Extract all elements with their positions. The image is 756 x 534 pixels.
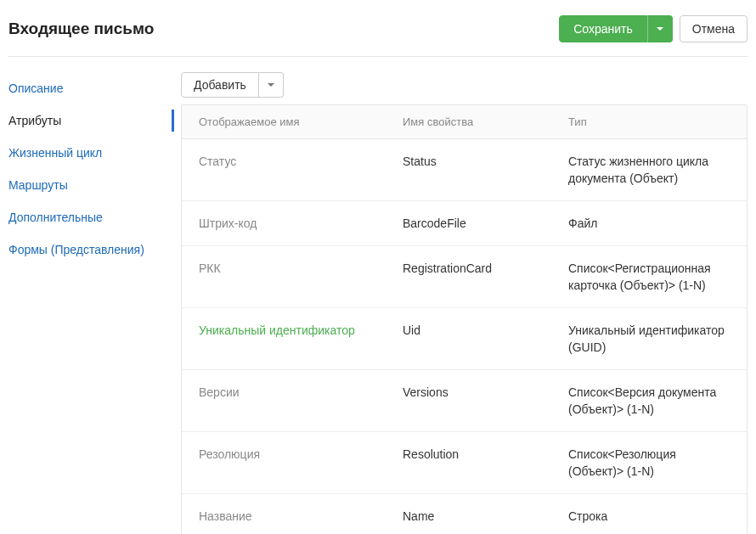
cell-property-name: Status: [386, 139, 551, 200]
cell-display-name: Статус: [182, 139, 386, 200]
cell-display-name: Уникальный идентификатор: [182, 308, 386, 369]
cell-display-name: Название: [182, 494, 386, 534]
sidebar-item-attributes[interactable]: Атрибуты: [8, 104, 174, 137]
table-row[interactable]: Штрих-кодBarcodeFileФайл: [182, 201, 747, 246]
cell-property-name: Versions: [386, 370, 551, 431]
cell-property-name: BarcodeFile: [386, 201, 551, 245]
table-row[interactable]: РезолюцияResolutionСписок<Резолюция (Объ…: [182, 432, 747, 494]
table-body: СтатусStatusСтатус жизненного цикла доку…: [182, 139, 747, 534]
cell-type: Список<Регистрационная карточка (Объект)…: [551, 246, 747, 307]
table-row[interactable]: РККRegistrationCardСписок<Регистрационна…: [182, 246, 747, 308]
cell-type: Список<Версия документа (Объект)> (1-N): [551, 370, 747, 431]
table-row[interactable]: СтатусStatusСтатус жизненного цикла доку…: [182, 139, 747, 201]
column-header-display: Отображаемое имя: [182, 105, 386, 138]
cancel-button[interactable]: Отмена: [680, 15, 748, 42]
sidebar: ОписаниеАтрибутыЖизненный циклМаршрутыДо…: [8, 72, 181, 534]
sidebar-item-forms[interactable]: Формы (Представления): [8, 233, 174, 266]
page-header: Входящее письмо Сохранить Отмена: [8, 10, 748, 57]
cell-property-name: Name: [386, 494, 551, 534]
add-dropdown-button[interactable]: [259, 72, 284, 98]
table-row[interactable]: Уникальный идентификаторUidУникальный ид…: [182, 308, 747, 370]
chevron-down-icon: [268, 83, 274, 87]
cell-display-name: Штрих-код: [182, 201, 386, 245]
cell-type: Список<Резолюция (Объект)> (1-N): [551, 432, 747, 493]
chevron-down-icon: [657, 27, 663, 31]
column-header-prop: Имя свойства: [386, 105, 551, 138]
sidebar-item-description[interactable]: Описание: [8, 72, 174, 104]
table-row[interactable]: ВерсииVersionsСписок<Версия документа (О…: [182, 370, 747, 432]
cell-type: Статус жизненного цикла документа (Объек…: [551, 139, 747, 200]
cell-property-name: Uid: [386, 308, 551, 369]
cell-type: Уникальный идентификатор (GUID): [551, 308, 747, 369]
main-content: Добавить Отображаемое имя Имя свойства Т…: [181, 72, 748, 534]
column-header-type: Тип: [551, 105, 747, 138]
table-header: Отображаемое имя Имя свойства Тип: [182, 105, 747, 139]
save-button[interactable]: Сохранить: [559, 15, 647, 42]
add-button[interactable]: Добавить: [181, 72, 259, 98]
page-title: Входящее письмо: [8, 20, 154, 38]
cell-property-name: Resolution: [386, 432, 551, 493]
header-actions: Сохранить Отмена: [559, 15, 748, 42]
sidebar-item-routes[interactable]: Маршруты: [8, 169, 174, 201]
save-button-group: Сохранить: [559, 15, 673, 42]
sidebar-item-lifecycle[interactable]: Жизненный цикл: [8, 137, 174, 169]
cell-type: Строка: [551, 494, 747, 534]
table-row[interactable]: НазваниеNameСтрока: [182, 494, 747, 534]
cell-display-name: Резолюция: [182, 432, 386, 493]
cell-type: Файл: [551, 201, 747, 245]
add-button-group-top: Добавить: [181, 72, 748, 98]
save-dropdown-button[interactable]: [647, 15, 673, 42]
cell-display-name: Версии: [182, 370, 386, 431]
cell-display-name: РКК: [182, 246, 386, 307]
cell-property-name: RegistrationCard: [386, 246, 551, 307]
attributes-table: Отображаемое имя Имя свойства Тип Статус…: [181, 104, 748, 534]
sidebar-item-additional[interactable]: Дополнительные: [8, 201, 174, 233]
